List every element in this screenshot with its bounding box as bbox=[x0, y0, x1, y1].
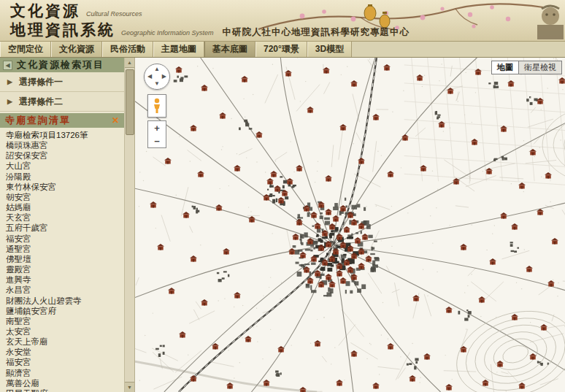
temple-marker[interactable] bbox=[323, 64, 330, 70]
temple-marker[interactable] bbox=[438, 118, 445, 124]
temple-marker[interactable] bbox=[190, 252, 197, 258]
temple-marker[interactable] bbox=[537, 205, 544, 212]
temple-marker[interactable] bbox=[526, 262, 533, 269]
temple-marker[interactable] bbox=[471, 135, 478, 142]
temple-marker[interactable] bbox=[558, 74, 565, 80]
zoom-in-button[interactable]: + bbox=[147, 120, 166, 135]
temple-marker[interactable] bbox=[328, 220, 336, 226]
temple-list-item[interactable]: 姑媽廟 bbox=[6, 202, 124, 212]
pan-up-icon[interactable]: ▲ bbox=[154, 66, 160, 72]
temple-list-item[interactable]: 靈殿宮 bbox=[6, 264, 124, 274]
temple-marker[interactable] bbox=[241, 72, 248, 79]
temple-marker[interactable] bbox=[277, 342, 285, 349]
zoom-out-button[interactable]: − bbox=[147, 134, 166, 148]
temple-marker[interactable] bbox=[460, 342, 467, 349]
temple-marker[interactable] bbox=[460, 240, 467, 247]
temple-marker[interactable] bbox=[263, 376, 270, 383]
tab-spatial-positioning[interactable]: 空間定位 bbox=[0, 42, 51, 57]
temple-marker[interactable] bbox=[518, 179, 526, 185]
temple-marker[interactable] bbox=[339, 120, 347, 127]
temple-marker[interactable] bbox=[423, 350, 431, 356]
temple-list-item[interactable]: 萬善公廟 bbox=[6, 378, 124, 388]
temple-marker[interactable] bbox=[325, 270, 332, 277]
temple-marker[interactable] bbox=[292, 230, 299, 237]
temple-marker[interactable] bbox=[314, 266, 321, 273]
tab-folk-activities[interactable]: 民俗活動 bbox=[102, 42, 153, 57]
temple-marker[interactable] bbox=[296, 161, 303, 168]
temple-list-item[interactable]: 太安宮 bbox=[6, 326, 124, 337]
tab-3d-models[interactable]: 3D模型 bbox=[307, 42, 352, 57]
temple-marker[interactable] bbox=[325, 172, 332, 178]
temple-marker[interactable] bbox=[325, 205, 332, 212]
filter-condition-2[interactable]: ▶ 選擇條件二 bbox=[0, 92, 124, 112]
temple-marker[interactable] bbox=[358, 154, 365, 161]
temple-list-item[interactable]: 福安宮 bbox=[6, 357, 124, 367]
temple-marker[interactable] bbox=[547, 277, 555, 283]
temple-marker[interactable] bbox=[339, 238, 347, 245]
temple-list-item[interactable]: 永安堂 bbox=[6, 347, 124, 357]
temple-list-item[interactable]: 南聖宮 bbox=[6, 316, 124, 326]
temple-marker[interactable] bbox=[529, 350, 537, 356]
temple-marker[interactable] bbox=[157, 240, 164, 247]
temple-marker[interactable] bbox=[387, 339, 394, 346]
temple-list-item[interactable]: 橋頭珠惠宮 bbox=[6, 140, 124, 150]
pan-down-icon[interactable]: ▼ bbox=[154, 81, 160, 87]
temple-marker[interactable] bbox=[485, 164, 493, 171]
temple-marker[interactable] bbox=[234, 288, 241, 295]
temple-marker[interactable] bbox=[365, 252, 372, 258]
temple-marker[interactable] bbox=[314, 337, 321, 343]
scroll-up-icon[interactable]: ▲ bbox=[125, 58, 134, 68]
temple-marker[interactable] bbox=[303, 201, 310, 208]
temple-marker[interactable] bbox=[507, 77, 515, 83]
temple-marker[interactable] bbox=[245, 332, 252, 339]
tab-cultural-resources[interactable]: 文化資源 bbox=[51, 42, 102, 57]
temple-marker[interactable] bbox=[310, 208, 318, 215]
temple-marker[interactable] bbox=[263, 191, 270, 197]
temple-marker[interactable] bbox=[445, 303, 453, 310]
temple-marker[interactable] bbox=[248, 212, 255, 219]
temple-marker[interactable] bbox=[288, 245, 296, 251]
temple-list-item[interactable]: 詔安保安宮 bbox=[6, 150, 124, 161]
temple-marker[interactable] bbox=[234, 161, 241, 168]
temple-marker[interactable] bbox=[197, 167, 204, 174]
temple-marker[interactable] bbox=[339, 201, 347, 208]
sidebar-scrollbar[interactable]: ▲ ▼ bbox=[124, 58, 135, 392]
temple-marker[interactable] bbox=[343, 255, 350, 262]
temple-list-item[interactable]: 通聖宮 bbox=[6, 244, 124, 254]
temple-marker[interactable] bbox=[409, 372, 416, 378]
temple-marker[interactable] bbox=[361, 230, 369, 237]
satellite-view-button[interactable]: 衛星檢視 bbox=[519, 61, 562, 74]
temple-marker[interactable] bbox=[336, 376, 343, 383]
temple-marker[interactable] bbox=[447, 84, 454, 91]
temple-marker[interactable] bbox=[318, 277, 325, 284]
temple-marker[interactable] bbox=[511, 310, 518, 317]
temple-list-item[interactable]: 田尾天聖府 bbox=[6, 388, 124, 392]
temple-marker[interactable] bbox=[387, 167, 394, 174]
map-pan-control[interactable]: ▲ ▼ ◀ ▶ bbox=[144, 64, 170, 90]
temple-marker[interactable] bbox=[551, 234, 558, 241]
temple-marker[interactable] bbox=[179, 328, 186, 334]
temple-marker[interactable] bbox=[318, 198, 325, 204]
temple-marker[interactable] bbox=[215, 201, 223, 207]
temple-marker[interactable] bbox=[420, 161, 427, 168]
temple-marker[interactable] bbox=[226, 379, 234, 385]
temple-marker[interactable] bbox=[350, 347, 358, 353]
temple-marker[interactable] bbox=[412, 291, 420, 298]
temple-marker[interactable] bbox=[336, 259, 343, 266]
temple-list-item[interactable]: 汾陽殿 bbox=[6, 172, 124, 182]
temple-marker[interactable] bbox=[358, 245, 365, 251]
temple-marker[interactable] bbox=[354, 234, 361, 240]
temple-marker[interactable] bbox=[190, 372, 197, 378]
temple-marker[interactable] bbox=[296, 215, 303, 222]
temple-marker[interactable] bbox=[350, 215, 358, 222]
temple-marker[interactable] bbox=[150, 198, 157, 204]
temple-marker[interactable] bbox=[281, 186, 288, 193]
map-canvas[interactable]: ▲ ▼ ◀ ▶ + − 地圖 衛星檢視 bbox=[135, 58, 565, 392]
temple-marker[interactable] bbox=[286, 174, 293, 181]
temple-list-item[interactable]: 鹽埔鎮安宮府 bbox=[6, 306, 124, 316]
tab-panorama-720[interactable]: 720°環景 bbox=[255, 42, 307, 57]
temple-marker[interactable] bbox=[219, 109, 226, 115]
temple-marker[interactable] bbox=[201, 296, 208, 302]
temple-marker[interactable] bbox=[223, 245, 230, 251]
temple-list-item[interactable]: 福安宮 bbox=[6, 234, 124, 244]
